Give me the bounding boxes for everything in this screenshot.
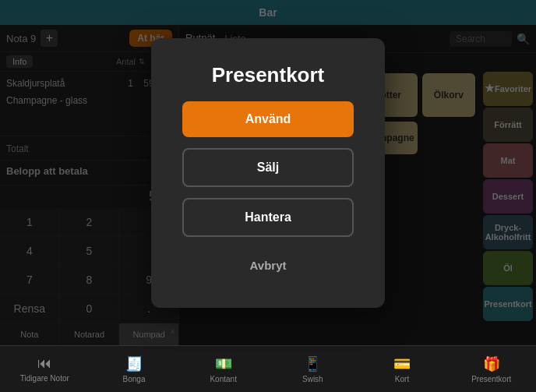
- swish-icon: 📱: [304, 355, 321, 373]
- bottom-nav: ⏮ Tidigare Notor 🧾 Bonga 💵 Kontant 📱 Swi…: [0, 345, 536, 392]
- presentkort-modal: Presentkort Använd Sälj Hantera Avbryt: [151, 38, 385, 308]
- nav-tidigare-notor[interactable]: ⏮ Tidigare Notor: [0, 351, 90, 387]
- kontant-icon: 💵: [215, 355, 232, 373]
- nav-kontant-label: Kontant: [210, 375, 236, 383]
- nav-presentkort-label: Presentkort: [471, 375, 511, 383]
- modal-overlay: Presentkort Använd Sälj Hantera Avbryt: [0, 0, 536, 345]
- presentkort-icon: 🎁: [483, 355, 500, 373]
- modal-sell-button[interactable]: Sälj: [182, 148, 354, 187]
- modal-cancel-button[interactable]: Avbryt: [182, 248, 354, 283]
- bonga-icon: 🧾: [125, 355, 143, 373]
- previous-icon: ⏮: [37, 355, 51, 372]
- kort-icon: 💳: [393, 355, 411, 373]
- nav-bonga[interactable]: 🧾 Bonga: [90, 351, 179, 388]
- nav-presentkort[interactable]: 🎁 Presentkort: [446, 351, 536, 388]
- modal-use-button[interactable]: Använd: [182, 101, 354, 137]
- nav-bonga-label: Bonga: [123, 375, 146, 383]
- modal-manage-button[interactable]: Hantera: [182, 198, 354, 237]
- modal-title: Presentkort: [212, 63, 325, 87]
- nav-tidigare-notor-label: Tidigare Notor: [20, 374, 69, 383]
- nav-kort[interactable]: 💳 Kort: [358, 351, 447, 388]
- nav-swish-label: Swish: [302, 375, 323, 383]
- nav-swish[interactable]: 📱 Swish: [268, 351, 358, 388]
- nav-kontant[interactable]: 💵 Kontant: [178, 351, 268, 388]
- nav-kort-label: Kort: [395, 375, 409, 383]
